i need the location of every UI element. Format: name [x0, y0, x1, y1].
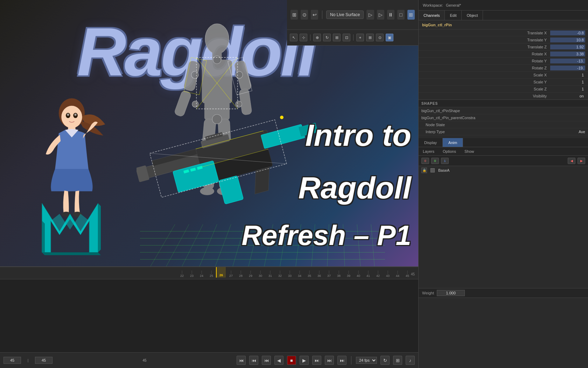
layer-arrow-left[interactable]: ◀ — [568, 158, 575, 164]
sub-tab-show[interactable]: Show — [460, 147, 478, 155]
shape-interp-type[interactable]: Interp Type Ave — [419, 128, 588, 135]
svg-rect-52 — [219, 176, 244, 204]
tab-object[interactable]: Object — [462, 11, 483, 20]
playback-start[interactable]: 45 — [4, 357, 21, 364]
ch-sz-value[interactable]: 1 — [550, 87, 585, 91]
ch-sy-value[interactable]: 1 — [550, 80, 585, 84]
tab-edit[interactable]: Edit — [445, 11, 462, 20]
play-fwd[interactable]: ▶ — [300, 356, 309, 365]
prev-key[interactable]: ⏮ — [262, 356, 271, 365]
tool-manip[interactable]: ⊡ — [343, 34, 350, 41]
anim-tabs: Display Anim — [419, 138, 588, 147]
live-surface-button[interactable]: No Live Surface — [326, 11, 364, 19]
tab-channels[interactable]: Channels — [419, 11, 445, 20]
sub-tabs: Layers Options Show — [419, 147, 588, 156]
transport-right-end: 45 — [142, 359, 146, 362]
layer-arrow-right[interactable]: ▶ — [578, 158, 585, 164]
layer-counter-2[interactable]: 0 — [431, 158, 439, 164]
channel-rotate-x[interactable]: Rotate X 3.38 — [419, 50, 588, 57]
tool-move[interactable]: ⊕ — [313, 34, 321, 41]
tab-anim[interactable]: Anim — [443, 138, 463, 147]
tool-rotate[interactable]: ↻ — [323, 34, 331, 41]
shape-node-state[interactable]: Node State — [419, 121, 588, 128]
channel-rotate-z[interactable]: Rotate Z -19. — [419, 64, 588, 71]
toolbar-arrow-2[interactable]: ▷ — [377, 10, 384, 20]
tick-30: 30 — [255, 270, 265, 278]
toolbar-icon-1[interactable]: ⊞ — [290, 10, 298, 20]
weight-input[interactable] — [437, 290, 465, 296]
tick-42: 42 — [373, 270, 383, 278]
svg-point-36 — [236, 71, 243, 78]
tool-cursor[interactable]: ⊹ — [300, 34, 307, 41]
sound-btn[interactable]: ♪ — [406, 356, 415, 365]
next-frame[interactable]: ⏭ — [325, 356, 334, 365]
svg-point-69 — [67, 114, 69, 116]
ch-rx-value[interactable]: 3.38 — [550, 52, 585, 56]
layer-lock-icon[interactable]: 🔒 — [421, 168, 427, 173]
shape-row-1[interactable]: bigGun_ctl_rPinShape — [419, 107, 588, 114]
ch-rx-label: Rotate X — [421, 52, 550, 56]
tick-39: 39 — [344, 270, 354, 278]
timeline-tracks[interactable] — [0, 279, 418, 353]
toolbar-icon-2[interactable]: ⊙ — [301, 10, 308, 20]
tool-render-active[interactable]: ▣ — [386, 34, 393, 41]
toolbar-square[interactable]: □ — [397, 10, 405, 20]
channel-visibility[interactable]: Visibility on — [419, 93, 588, 100]
sub-tab-layers[interactable]: Layers — [419, 147, 439, 155]
layer-counter-1[interactable]: 0 — [421, 158, 429, 164]
skip-to-start[interactable]: ⏮ — [237, 356, 246, 365]
tick-25: 25 — [206, 270, 216, 278]
tick-41: 41 — [363, 270, 373, 278]
playback-end[interactable]: 45 — [35, 357, 52, 364]
playhead-value: 26 — [219, 273, 223, 277]
anim-prefs[interactable]: ⊞ — [393, 356, 402, 365]
layer-visibility-box[interactable] — [430, 168, 435, 172]
skip-to-end[interactable]: ⏭ — [337, 356, 346, 365]
right-panel-content: Workspace: General* Channels Edit Object… — [419, 0, 588, 368]
toolbar-pause[interactable]: ⏸ — [387, 10, 394, 20]
fps-selector[interactable]: 24 fps 30 fps 60 fps — [356, 357, 377, 364]
tool-snap[interactable]: ⌖ — [356, 34, 364, 41]
ch-rz-value[interactable]: -19. — [550, 66, 585, 70]
loop-btn[interactable]: ↻ — [380, 356, 390, 365]
stop-button[interactable]: ■ — [287, 356, 296, 365]
channel-scale-z[interactable]: Scale Z 1 — [419, 86, 588, 93]
channel-scale-x[interactable]: Scale X 1 — [419, 71, 588, 79]
channel-translate-y[interactable]: Translate Y 10.8 — [419, 36, 588, 43]
play-back[interactable]: ◀ — [274, 356, 284, 365]
ch-tx-value[interactable]: -0.8 — [550, 30, 585, 35]
toolbar-icon-3[interactable]: ↩ — [311, 10, 318, 20]
channel-scale-y[interactable]: Scale Y 1 — [419, 79, 588, 86]
tool-grid[interactable]: ⊞ — [366, 34, 374, 41]
tick-23: 23 — [187, 270, 197, 278]
next-key[interactable]: ⏭ — [312, 356, 321, 365]
tool-cam[interactable]: ⊙ — [376, 34, 384, 41]
maya-logo — [35, 196, 119, 266]
layer-counter-3[interactable]: 1 — [441, 158, 449, 164]
prev-frame[interactable]: ⏮ — [249, 356, 258, 365]
toolbar-sep-1 — [322, 11, 322, 19]
ch-ry-label: Rotate Y — [421, 59, 550, 63]
ch-ty-value[interactable]: 10.8 — [550, 38, 585, 42]
ch-sx-value[interactable]: 1 — [550, 73, 585, 77]
ch-tz-value[interactable]: 1.92 — [550, 45, 585, 49]
timeline-ruler[interactable]: 22 23 24 25 26 27 28 29 30 31 32 33 34 3… — [0, 267, 418, 279]
ch-ry-value[interactable]: -13. — [550, 59, 585, 63]
tick-22: 22 — [177, 270, 187, 278]
ch-vis-value[interactable]: on — [550, 94, 585, 98]
tick-36: 36 — [314, 270, 324, 278]
shape-row-2[interactable]: bigGun_ctl_rPin_parentConstra — [419, 114, 588, 121]
svg-rect-56 — [261, 124, 305, 149]
tool-scale[interactable]: ⊞ — [333, 34, 341, 41]
ch-sy-label: Scale Y — [421, 80, 550, 84]
tab-display[interactable]: Display — [419, 138, 443, 147]
sub-tab-options[interactable]: Options — [439, 147, 460, 155]
channel-tabs: Channels Edit Object — [419, 11, 588, 20]
toolbar-arrow-1[interactable]: ▷ — [366, 10, 374, 20]
channel-rotate-y[interactable]: Rotate Y -13. — [419, 57, 588, 64]
tool-select[interactable]: ↖ — [290, 34, 298, 41]
channel-translate-z[interactable]: Translate Z 1.92 — [419, 43, 588, 50]
toolbar-active-tool[interactable]: ⊞ — [407, 10, 415, 20]
channel-rows: Translate X -0.8 Translate Y 10.8 Transl… — [419, 29, 588, 100]
channel-translate-x[interactable]: Translate X -0.8 — [419, 29, 588, 36]
